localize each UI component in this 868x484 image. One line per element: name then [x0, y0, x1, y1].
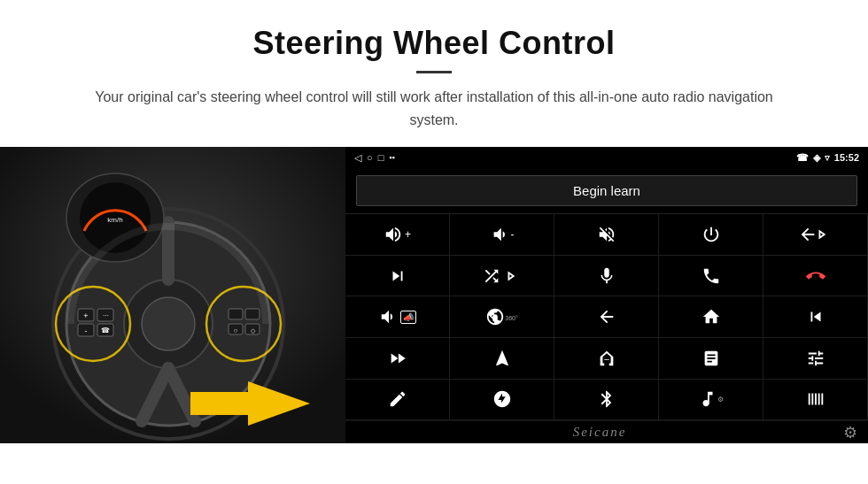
back-button[interactable] — [554, 296, 659, 338]
svg-text:km/h: km/h — [107, 216, 122, 224]
svg-rect-20 — [245, 309, 260, 319]
bottom-bar: Seicane ⚙ — [345, 420, 868, 443]
svg-text:-: - — [85, 327, 88, 335]
svg-point-5 — [142, 297, 195, 350]
recent-nav-icon[interactable]: □ — [378, 152, 384, 163]
wifi-icon: ▿ — [825, 152, 830, 164]
audio-levels-button[interactable] — [763, 380, 868, 421]
signal-icon: ▪▪ — [389, 153, 394, 162]
header-section: Steering Wheel Control Your original car… — [0, 0, 868, 147]
camera360-button[interactable]: 360° — [450, 296, 554, 338]
android-ui: ◁ ○ □ ▪▪ ☎ ◈ ▿ 15:52 Begin learn — [345, 147, 868, 443]
shuffle-button[interactable] — [450, 256, 554, 297]
page-wrapper: Steering Wheel Control Your original car… — [0, 0, 868, 443]
status-left: ◁ ○ □ ▪▪ — [354, 152, 395, 164]
bluetooth-button[interactable] — [554, 380, 659, 421]
svg-text:○: ○ — [234, 327, 238, 334]
seicane-watermark: Seicane — [573, 425, 627, 440]
phone-prev-button[interactable] — [763, 214, 868, 256]
controls-grid: + - — [345, 213, 868, 420]
fast-forward-button[interactable] — [345, 338, 450, 380]
skip-to-start-button[interactable] — [763, 296, 868, 338]
back-nav-icon[interactable]: ◁ — [354, 152, 361, 164]
phone-icon: ☎ — [796, 152, 809, 164]
eq-button[interactable] — [554, 338, 659, 380]
recorder-button[interactable] — [659, 338, 763, 380]
status-right: ☎ ◈ ▿ 15:52 — [796, 152, 859, 164]
gear-icon[interactable]: ⚙ — [843, 423, 857, 442]
navigate-button[interactable] — [450, 338, 554, 380]
phone-answer-button[interactable] — [659, 256, 763, 297]
svg-text:☎: ☎ — [101, 327, 110, 334]
begin-learn-button[interactable]: Begin learn — [356, 175, 857, 206]
pen-button[interactable] — [345, 380, 450, 421]
mute-button[interactable] — [554, 214, 659, 256]
skip-next-button[interactable] — [345, 256, 450, 297]
subtitle: Your original car's steering wheel contr… — [80, 86, 788, 131]
svg-text:+: + — [83, 311, 88, 320]
target-button[interactable] — [450, 380, 554, 421]
vol-down-button[interactable]: - — [450, 214, 554, 256]
svg-rect-31 — [190, 392, 252, 415]
title-divider — [416, 71, 452, 73]
horn-button[interactable]: 📣 — [345, 296, 450, 338]
svg-text:⋯: ⋯ — [103, 312, 109, 319]
music-settings-button[interactable]: ⚙ — [659, 380, 763, 421]
mic-button[interactable] — [554, 256, 659, 297]
status-bar: ◁ ○ □ ▪▪ ☎ ◈ ▿ 15:52 — [345, 147, 868, 168]
content-section: + - ⋯ ☎ ○ ◇ — [0, 147, 868, 443]
home-button[interactable] — [659, 296, 763, 338]
page-title: Steering Wheel Control — [53, 25, 815, 62]
car-image: + - ⋯ ☎ ○ ◇ — [0, 147, 345, 443]
svg-rect-19 — [229, 309, 243, 319]
time-display: 15:52 — [834, 152, 859, 163]
phone-end-button[interactable] — [763, 256, 868, 297]
mixer-button[interactable] — [763, 338, 868, 380]
power-button[interactable] — [659, 214, 763, 256]
vol-up-button[interactable]: + — [345, 214, 450, 256]
begin-learn-row: Begin learn — [345, 168, 868, 213]
location-icon: ◈ — [813, 152, 820, 164]
home-nav-icon[interactable]: ○ — [367, 152, 373, 163]
